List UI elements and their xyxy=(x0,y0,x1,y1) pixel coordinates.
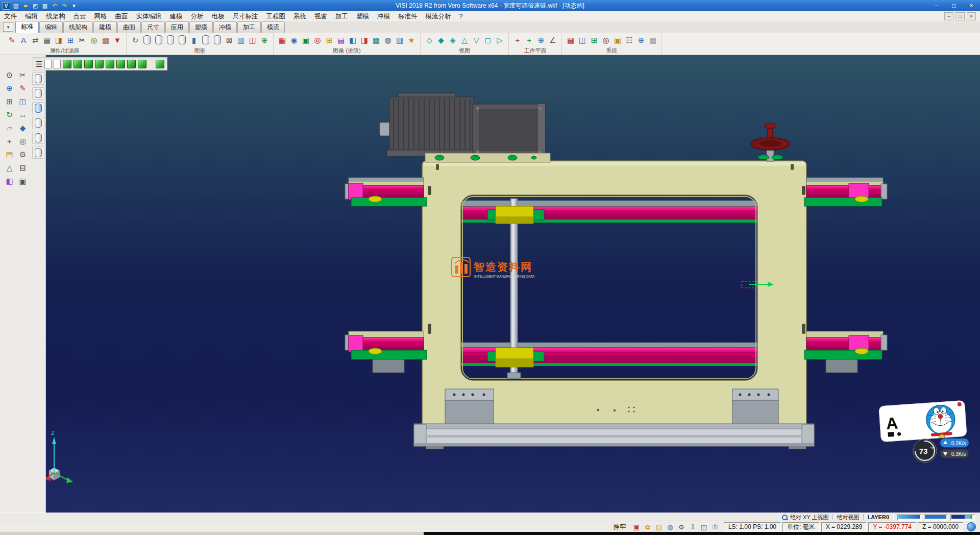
graphics-list-icon[interactable]: ▮ xyxy=(188,34,200,45)
quick-menu-arrow-icon[interactable]: ▾ xyxy=(70,2,78,10)
graphics-db5-icon[interactable] xyxy=(200,34,211,45)
tab-建模[interactable]: 建模 xyxy=(93,21,117,33)
mirror-icon[interactable]: ◫ xyxy=(16,95,29,108)
render-dot-icon[interactable]: ◉ xyxy=(288,34,300,45)
close-button[interactable]: × xyxy=(963,0,980,11)
circle-icon[interactable]: ◎ xyxy=(16,135,29,148)
tab-应用[interactable]: 应用 xyxy=(165,21,189,33)
filter-circle-icon[interactable]: ◎ xyxy=(88,34,100,45)
render-cols-icon[interactable]: ▥ xyxy=(394,34,405,45)
menu-item-分析[interactable]: 分析 xyxy=(187,11,208,21)
bottom-view-icon[interactable] xyxy=(127,60,136,68)
cad-scene[interactable]: 智造资料网 INTELLIGENT MANUFACTURING DATA Z xyxy=(46,55,980,513)
plane-origin-icon[interactable]: ⊕ xyxy=(535,34,547,45)
system-circle-icon[interactable]: ◎ xyxy=(600,34,611,45)
redo-icon[interactable]: ↷ xyxy=(60,2,68,10)
print-icon[interactable]: ▦ xyxy=(41,2,49,10)
mdi-restore-button[interactable]: □ xyxy=(955,12,965,20)
left-view-icon[interactable] xyxy=(106,60,114,68)
copy-icon[interactable]: ▣ xyxy=(16,175,29,187)
rotate-icon[interactable]: ↻ xyxy=(3,108,16,121)
menu-item-尺寸标注[interactable]: 尺寸标注 xyxy=(229,11,262,21)
menu-item-实体编辑[interactable]: 实体编辑 xyxy=(132,11,166,21)
hide-icon[interactable]: ⊟ xyxy=(16,161,29,174)
status-flower-icon[interactable]: ✿ xyxy=(643,522,652,531)
menu-item-模流分析[interactable]: 模流分析 xyxy=(422,11,455,21)
graphics-target-icon[interactable]: ⊕ xyxy=(259,34,270,45)
move-icon[interactable]: ↔ xyxy=(16,108,29,121)
assistant-ball-icon[interactable] xyxy=(967,522,976,531)
menu-item-塑模[interactable]: 塑模 xyxy=(352,11,373,21)
filter-hatch-icon[interactable]: ▩ xyxy=(100,34,111,45)
menu-item-冲模[interactable]: 冲模 xyxy=(373,11,394,21)
system-globe-icon[interactable]: ⊕ xyxy=(635,34,647,45)
plane-icon[interactable]: ▱ xyxy=(3,121,16,134)
menu-item-曲面[interactable]: 曲面 xyxy=(111,11,132,21)
mdi-close-button[interactable]: × xyxy=(967,12,976,20)
status-tools-icon[interactable]: ⚙ xyxy=(677,522,686,531)
back-view-icon[interactable] xyxy=(95,60,104,68)
filter-half-icon[interactable]: ◨ xyxy=(53,34,64,45)
menu-item-文件[interactable]: 文件 xyxy=(0,11,21,21)
tab-曲面[interactable]: 曲面 xyxy=(117,21,141,33)
lock-label[interactable]: 拴牢 xyxy=(614,523,626,531)
filter-window-icon[interactable]: ⊞ xyxy=(65,34,76,45)
iso-view-icon[interactable] xyxy=(63,60,71,68)
attribute-pencil-icon[interactable]: ✎ xyxy=(6,34,17,45)
menu-item-线架构[interactable]: 线架构 xyxy=(42,11,69,21)
render-left-icon[interactable]: ◧ xyxy=(347,34,358,45)
layer-db-icon-5[interactable] xyxy=(32,132,44,144)
layer-db-icon-6[interactable] xyxy=(32,147,44,159)
section-icon[interactable]: ◧ xyxy=(3,175,16,187)
plane-y-icon[interactable]: + xyxy=(524,34,535,45)
system-box-icon[interactable]: ▣ xyxy=(612,34,623,45)
menu-item-建模[interactable]: 建模 xyxy=(166,11,187,21)
tab-模流[interactable]: 模流 xyxy=(261,21,285,33)
tab-冲模[interactable]: 冲模 xyxy=(213,21,237,33)
viewport-3d[interactable]: 智造资料网 INTELLIGENT MANUFACTURING DATA Z xyxy=(46,55,980,513)
right-view-icon[interactable] xyxy=(116,60,125,68)
visi-logo[interactable]: V xyxy=(2,2,10,10)
tabbar-dropdown-icon[interactable]: ▾ xyxy=(3,22,13,32)
axonometric-view-icon[interactable] xyxy=(138,60,146,68)
menu-item-编辑[interactable]: 编辑 xyxy=(21,11,42,21)
sketch-icon[interactable]: ✎ xyxy=(16,82,29,94)
status-notebook-icon[interactable]: ▤ xyxy=(654,522,664,531)
layer-db-icon-4[interactable] xyxy=(32,117,44,129)
layer-db-icon-1[interactable] xyxy=(32,72,44,85)
view-up-icon[interactable]: △ xyxy=(459,34,470,45)
graphics-split-icon[interactable]: ◫ xyxy=(247,34,258,45)
graphics-db2-icon[interactable] xyxy=(153,34,164,45)
render-star-icon[interactable]: ★ xyxy=(406,34,417,45)
render-grid-icon[interactable]: ▦ xyxy=(277,34,288,45)
view-mixed-icon[interactable]: ◈ xyxy=(447,34,458,45)
view-box-icon[interactable]: ◻ xyxy=(482,34,494,45)
filter-grid-icon[interactable]: ▦ xyxy=(41,34,53,45)
render-circle-icon[interactable]: ◎ xyxy=(312,34,323,45)
graphics-db3-icon[interactable] xyxy=(165,34,176,45)
top-view-icon[interactable] xyxy=(74,60,82,68)
front-view-icon[interactable] xyxy=(84,60,93,68)
dynamic-view-icon[interactable] xyxy=(156,60,164,68)
graphics-panel-icon[interactable]: ▥ xyxy=(235,34,247,45)
graphics-db6-icon[interactable] xyxy=(212,34,223,45)
view-down-icon[interactable]: ▽ xyxy=(471,34,482,45)
open-file-icon[interactable]: ▰ xyxy=(21,2,30,10)
tab-加工[interactable]: 加工 xyxy=(237,21,261,33)
trim-scissors-icon[interactable]: ✂ xyxy=(77,34,88,45)
save-icon[interactable]: ◩ xyxy=(31,2,39,10)
menu-item-视窗[interactable]: 视窗 xyxy=(310,11,331,21)
render-rows-icon[interactable]: ▤ xyxy=(335,34,347,45)
graphics-delete-icon[interactable]: ⊠ xyxy=(224,34,235,45)
render-right-icon[interactable]: ◨ xyxy=(359,34,370,45)
magnifier-icon[interactable] xyxy=(781,514,788,520)
menu-item-工程图[interactable]: 工程图 xyxy=(262,11,290,21)
view-orientation-label[interactable]: 绝对 XY 上视图 xyxy=(790,514,829,521)
status-info-icon[interactable]: ◍ xyxy=(666,522,675,531)
attribute-text-icon[interactable]: A xyxy=(18,34,29,45)
graphics-db4-icon[interactable] xyxy=(177,34,188,45)
undo-icon[interactable]: ↶ xyxy=(51,2,59,10)
active-layer-label[interactable]: LAYER0 xyxy=(868,514,889,520)
graphics-db1-icon[interactable] xyxy=(141,34,153,45)
settings-icon[interactable]: ⚙ xyxy=(16,148,29,161)
